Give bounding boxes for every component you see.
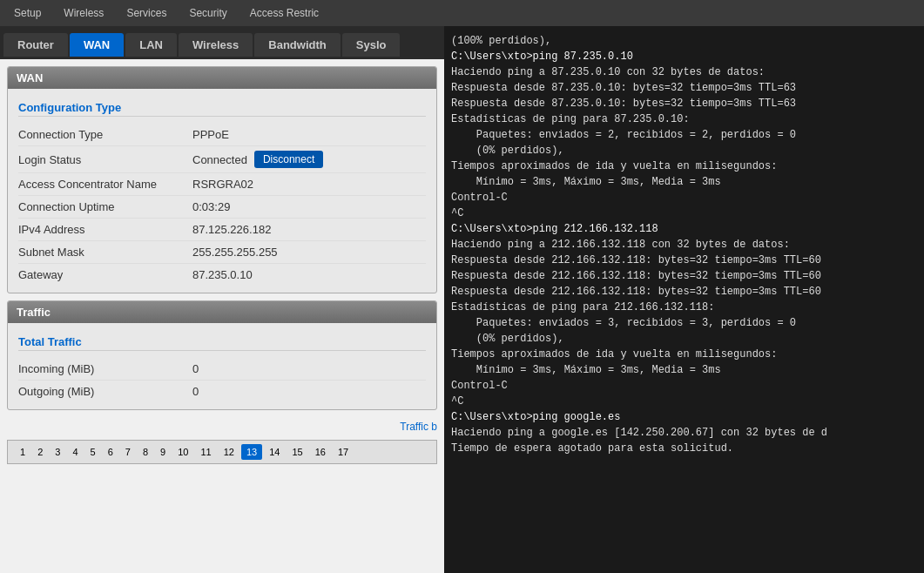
field-ipv4: IPv4 Address 87.125.226.182 [18, 219, 426, 241]
label-connection-type: Connection Type [18, 128, 192, 141]
nav-access-restric[interactable]: Access Restric [239, 3, 329, 23]
terminal-line: Respuesta desde 87.235.0.10: bytes=32 ti… [451, 80, 917, 96]
page-15[interactable]: 15 [287, 444, 307, 460]
page-8[interactable]: 8 [138, 444, 153, 460]
label-subnet: Subnet Mask [18, 246, 192, 259]
terminal-line: (100% perdidos), [451, 33, 917, 49]
page-10[interactable]: 10 [172, 444, 193, 460]
terminal-line: Respuesta desde 212.166.132.118: bytes=3… [451, 268, 917, 284]
field-login-status: Login Status Connected Disconnect [18, 146, 426, 173]
traffic-content: Total Traffic Incoming (MiB) 0 Outgoing … [8, 323, 436, 409]
terminal-line: Mínimo = 3ms, Máximo = 3ms, Media = 3ms [451, 174, 917, 190]
page-17[interactable]: 17 [333, 444, 354, 460]
terminal-line: Haciendo ping a 212.166.132.118 con 32 b… [451, 237, 917, 253]
value-gateway: 87.235.0.10 [192, 268, 253, 281]
terminal-line: ^C [451, 206, 917, 221]
page-2[interactable]: 2 [32, 444, 48, 460]
nav-security[interactable]: Security [179, 3, 237, 23]
top-nav: Setup Wireless Services Security Access … [0, 0, 924, 26]
field-outgoing: Outgoing (MiB) 0 [18, 381, 426, 402]
left-panel: Router WAN LAN Wireless Bandwidth Syslo … [0, 26, 444, 573]
terminal-line: Respuesta desde 212.166.132.118: bytes=3… [451, 284, 917, 300]
tab-bar: Router WAN LAN Wireless Bandwidth Syslo [0, 26, 444, 59]
terminal-line: Control-C [451, 190, 917, 206]
traffic-section: Traffic Total Traffic Incoming (MiB) 0 O… [7, 300, 437, 410]
value-connection-uptime: 0:03:29 [192, 200, 230, 213]
main-layout: Router WAN LAN Wireless Bandwidth Syslo … [0, 26, 924, 573]
page-3[interactable]: 3 [50, 444, 65, 460]
pagination-bar: 1234567891011121314151617 [7, 440, 437, 464]
config-type-title: Configuration Type [18, 101, 426, 117]
tab-bandwidth[interactable]: Bandwidth [254, 33, 340, 57]
terminal-line: Tiempos aproximados de ida y vuelta en m… [451, 158, 917, 174]
terminal-line: Respuesta desde 87.235.0.10: bytes=32 ti… [451, 96, 917, 111]
page-14[interactable]: 14 [264, 444, 285, 460]
label-gateway: Gateway [18, 268, 192, 281]
terminal-line: Mínimo = 3ms, Máximo = 3ms, Media = 3ms [451, 362, 917, 378]
terminal-line: ^C [451, 394, 917, 409]
terminal-line: C:\Users\xto>ping 212.166.132.118 [451, 221, 917, 237]
terminal-line: Haciendo ping a 87.235.0.10 con 32 bytes… [451, 64, 917, 80]
page-11[interactable]: 11 [195, 444, 216, 460]
disconnect-button[interactable]: Disconnect [254, 151, 323, 168]
tab-syslo[interactable]: Syslo [342, 33, 401, 57]
label-connection-uptime: Connection Uptime [18, 200, 192, 213]
terminal-line: Haciendo ping a google.es [142.250.200.6… [451, 425, 917, 441]
terminal-line: Estadísticas de ping para 212.166.132.11… [451, 300, 917, 315]
terminal-line: Paquetes: enviados = 2, recibidos = 2, p… [451, 127, 917, 143]
tab-router[interactable]: Router [3, 33, 68, 57]
field-access-concentrator: Access Concentrator Name RSRGRA02 [18, 173, 426, 196]
field-connection-uptime: Connection Uptime 0:03:29 [18, 196, 426, 219]
wan-section: WAN Configuration Type Connection Type P… [7, 66, 437, 293]
tab-lan[interactable]: LAN [125, 33, 177, 57]
terminal-line: Tiempos aproximados de ida y vuelta en m… [451, 347, 917, 362]
value-subnet: 255.255.255.255 [192, 246, 278, 259]
total-traffic-title: Total Traffic [18, 335, 426, 351]
traffic-link[interactable]: Traffic b [7, 421, 437, 433]
label-login-status: Login Status [18, 153, 192, 166]
page-13[interactable]: 13 [241, 444, 262, 460]
login-status-text: Connected [192, 153, 247, 166]
value-incoming: 0 [192, 362, 199, 375]
tab-wan[interactable]: WAN [70, 33, 124, 57]
label-incoming: Incoming (MiB) [18, 362, 192, 375]
page-5[interactable]: 5 [85, 444, 101, 460]
page-12[interactable]: 12 [219, 444, 239, 460]
tab-wireless[interactable]: Wireless [179, 33, 253, 57]
page-1[interactable]: 1 [15, 444, 30, 460]
terminal-line: C:\Users\xto>ping 87.235.0.10 [451, 49, 917, 64]
field-gateway: Gateway 87.235.0.10 [18, 264, 426, 286]
nav-services[interactable]: Services [116, 3, 177, 23]
label-outgoing: Outgoing (MiB) [18, 385, 192, 398]
terminal-panel: (100% perdidos),C:\Users\xto>ping 87.235… [444, 26, 924, 573]
wan-content: Configuration Type Connection Type PPPoE… [8, 89, 436, 293]
value-login-status: Connected Disconnect [192, 151, 323, 168]
field-connection-type: Connection Type PPPoE [18, 124, 426, 146]
value-connection-type: PPPoE [192, 128, 229, 141]
terminal-line: (0% perdidos), [451, 143, 917, 158]
value-outgoing: 0 [192, 385, 199, 398]
traffic-header: Traffic [8, 301, 436, 323]
terminal-line: Estadísticas de ping para 87.235.0.10: [451, 111, 917, 127]
field-incoming: Incoming (MiB) 0 [18, 358, 426, 381]
terminal-line: Control-C [451, 378, 917, 394]
label-ipv4: IPv4 Address [18, 223, 192, 236]
field-subnet: Subnet Mask 255.255.255.255 [18, 241, 426, 264]
terminal-line: (0% perdidos), [451, 331, 917, 347]
label-access-concentrator: Access Concentrator Name [18, 178, 192, 191]
nav-setup[interactable]: Setup [3, 3, 51, 23]
terminal-line: C:\Users\xto>ping google.es [451, 409, 917, 425]
page-6[interactable]: 6 [103, 444, 118, 460]
terminal-line: Paquetes: enviados = 3, recibidos = 3, p… [451, 315, 917, 331]
page-4[interactable]: 4 [67, 444, 83, 460]
wan-header: WAN [8, 67, 436, 89]
value-ipv4: 87.125.226.182 [192, 223, 271, 236]
terminal-line: Respuesta desde 212.166.132.118: bytes=3… [451, 253, 917, 268]
page-9[interactable]: 9 [155, 444, 171, 460]
page-16[interactable]: 16 [310, 444, 331, 460]
page-7[interactable]: 7 [120, 444, 136, 460]
nav-wireless[interactable]: Wireless [53, 3, 114, 23]
value-access-concentrator: RSRGRA02 [192, 178, 253, 191]
terminal-line: Tiempo de espera agotado para esta solic… [451, 441, 917, 456]
